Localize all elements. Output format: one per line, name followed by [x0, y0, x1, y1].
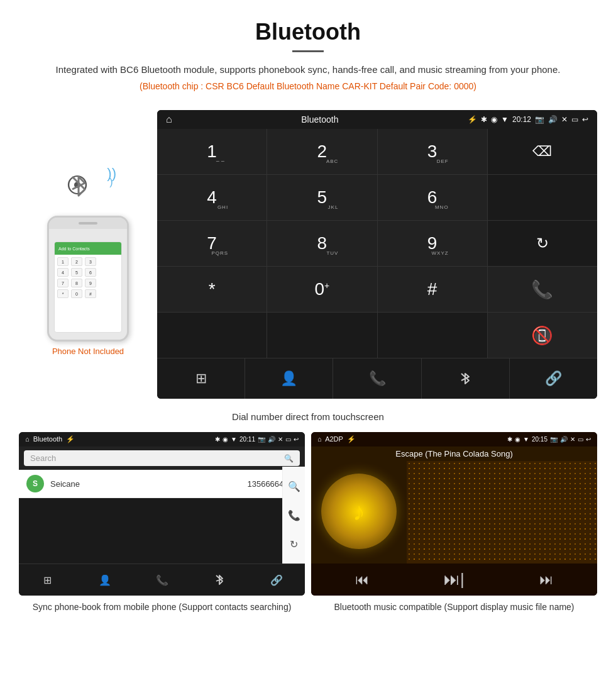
bluetooth-info: (Bluetooth chip : CSR BC6 Default Blueto… — [38, 81, 578, 91]
pb-back-icon[interactable]: ↩ — [294, 436, 299, 443]
car-status-bar: ⌂ Bluetooth ⚡ ✱ ◉ ▼ 20:12 📷 🔊 ✕ ▭ ↩ — [157, 110, 597, 129]
pb-scr-icon[interactable]: ▭ — [285, 436, 291, 443]
pb-reload-icon[interactable]: ↻ — [290, 538, 298, 550]
dial-key-5[interactable]: 5JKL — [267, 175, 377, 220]
dial-key-1[interactable]: 1∽∽ — [157, 129, 267, 174]
dial-key-3[interactable]: 3DEF — [378, 129, 487, 174]
camera-icon: 📷 — [535, 115, 544, 124]
dial-key-7[interactable]: 7PQRS — [157, 221, 267, 266]
time-display: 20:12 — [512, 115, 531, 124]
dial-backspace[interactable]: ⌫ — [488, 129, 597, 174]
contact-avatar: S — [26, 475, 44, 492]
dial-empty-3 — [267, 313, 377, 358]
dial-call-green[interactable]: 📞 — [488, 267, 597, 312]
dial-toolbar: ⊞ 👤 📞 🔗 — [157, 358, 597, 399]
screen-icon[interactable]: ▭ — [571, 115, 578, 124]
pb-contact-list: S Seicane 13566664466 — [19, 470, 305, 498]
dial-key-star[interactable]: * — [157, 267, 267, 312]
pb-status-right: ✱ ◉ ▼ 20:11 📷 🔊 ✕ ▭ ↩ — [215, 436, 299, 443]
pb-status-left: ⌂ Bluetooth ⚡ — [25, 435, 75, 443]
bt-status-icon: ✱ — [481, 115, 487, 124]
toolbar-link[interactable]: 🔗 — [510, 358, 597, 399]
music-play-btn[interactable]: ⏭| — [444, 570, 465, 589]
pb-link-btn[interactable]: 🔗 — [248, 564, 305, 596]
dial-empty-2 — [157, 313, 267, 358]
toolbar-apps[interactable]: ⊞ — [157, 358, 245, 399]
pb-search-row: Search 🔍 — [19, 447, 305, 470]
dial-empty-1 — [488, 175, 597, 220]
music-vol-icon[interactable]: 🔊 — [560, 436, 568, 443]
phone-not-included-label: Phone Not Included — [52, 347, 124, 356]
pb-contact-row[interactable]: S Seicane 13566664466 — [19, 470, 305, 498]
bt-waves-icon: )) ) — [107, 165, 116, 188]
music-scr-icon[interactable]: ▭ — [578, 436, 583, 443]
pb-contacts-btn[interactable]: 👤 — [76, 564, 133, 596]
pb-vol-icon[interactable]: 🔊 — [268, 436, 275, 443]
pb-cam-icon: 📷 — [258, 436, 265, 443]
title-underline — [292, 50, 324, 52]
car-dial-screen: ⌂ Bluetooth ⚡ ✱ ◉ ▼ 20:12 📷 🔊 ✕ ▭ ↩ 1∽∽ — [157, 110, 597, 399]
pb-call-icon[interactable]: 📞 — [288, 509, 300, 521]
car-status-left: ⌂ — [166, 114, 172, 125]
signal-icon: ▼ — [501, 115, 509, 124]
music-song-title: Escape (The Pina Colada Song) — [311, 447, 597, 461]
toolbar-contacts[interactable]: 👤 — [245, 358, 333, 399]
pb-search-icon[interactable]: 🔍 — [288, 480, 300, 492]
pb-gps-icon: ◉ — [223, 436, 228, 443]
music-status-right: ✱ ◉ ▼ 20:15 📷 🔊 ✕ ▭ ↩ — [507, 436, 591, 443]
music-status-bar: ⌂ A2DP ⚡ ✱ ◉ ▼ 20:15 📷 🔊 ✕ ▭ ↩ — [311, 432, 597, 447]
bt-symbol-icon — [67, 170, 90, 202]
music-bt-icon: ✱ — [507, 436, 512, 443]
music-screen: ⌂ A2DP ⚡ ✱ ◉ ▼ 20:15 📷 🔊 ✕ ▭ ↩ Escape (T… — [311, 432, 597, 596]
dial-key-6[interactable]: 6MNO — [378, 175, 487, 220]
music-content: ♪ — [311, 461, 597, 565]
phonebook-screen: ⌂ Bluetooth ⚡ ✱ ◉ ▼ 20:11 📷 🔊 ✕ ▭ ↩ Sear… — [19, 432, 305, 596]
page-header: Bluetooth Integrated with BC6 Bluetooth … — [0, 0, 616, 110]
phone-screen: Add to Contacts 123 456 789 *0# — [54, 242, 122, 333]
phone-bottom: 📹 📞 — [49, 338, 127, 342]
music-time: 20:15 — [532, 436, 547, 443]
dial-reload[interactable]: ↻ — [488, 221, 597, 266]
pb-apps-btn[interactable]: ⊞ — [19, 564, 76, 596]
music-status-left: ⌂ A2DP ⚡ — [317, 435, 356, 443]
music-note-icon: ♪ — [353, 497, 365, 526]
pb-x-icon[interactable]: ✕ — [278, 436, 283, 443]
phone-screen-body: 123 456 789 *0# — [55, 255, 121, 303]
usb-icon: ⚡ — [468, 115, 477, 124]
dial-key-4[interactable]: 4GHI — [157, 175, 267, 220]
music-gps-icon: ◉ — [515, 436, 520, 443]
pb-dial-btn[interactable]: 📞 — [133, 564, 190, 596]
dial-empty-4 — [378, 313, 487, 358]
pb-search-placeholder: Search — [30, 453, 56, 463]
music-controls: ⏮ ⏭| ⏭ — [311, 564, 597, 596]
music-next-btn[interactable]: ⏭ — [539, 572, 553, 588]
bluetooth-toolbar-icon — [459, 370, 471, 387]
music-prev-btn[interactable]: ⏮ — [355, 572, 369, 588]
bt-signal-container: ⦿ )) ) — [66, 165, 110, 209]
toolbar-bluetooth[interactable] — [422, 358, 510, 399]
music-panel: ⌂ A2DP ⚡ ✱ ◉ ▼ 20:15 📷 🔊 ✕ ▭ ↩ Escape (T… — [311, 432, 597, 614]
dial-key-0[interactable]: 0+ — [267, 267, 377, 312]
music-back-icon[interactable]: ↩ — [586, 436, 591, 443]
pb-bluetooth-icon — [214, 573, 224, 587]
music-bg-pattern — [407, 461, 597, 565]
pb-signal-icon: ▼ — [231, 436, 237, 443]
pb-toolbar: ⊞ 👤 📞 🔗 — [19, 564, 305, 596]
phone-mockup: Add to Contacts 123 456 789 *0# — [47, 216, 129, 342]
phone-video-btn[interactable]: 📹 — [65, 342, 79, 342]
volume-icon[interactable]: 🔊 — [548, 115, 558, 124]
dial-call-red[interactable]: 📵 — [488, 313, 597, 358]
pb-bt-btn[interactable] — [190, 564, 248, 596]
dial-key-2[interactable]: 2ABC — [267, 129, 377, 174]
pb-search-bar[interactable]: Search 🔍 — [24, 450, 300, 466]
dial-key-hash[interactable]: # — [378, 267, 487, 312]
dial-key-8[interactable]: 8TUV — [267, 221, 377, 266]
phone-call-btn[interactable]: 📞 — [97, 342, 111, 342]
close-icon[interactable]: ✕ — [561, 115, 568, 124]
pb-bt-icon: ✱ — [215, 436, 220, 443]
toolbar-dial[interactable]: 📞 — [333, 358, 421, 399]
home-icon[interactable]: ⌂ — [166, 114, 172, 125]
music-x-icon[interactable]: ✕ — [570, 436, 575, 443]
dial-key-9[interactable]: 9WXYZ — [378, 221, 487, 266]
back-icon[interactable]: ↩ — [582, 115, 588, 124]
